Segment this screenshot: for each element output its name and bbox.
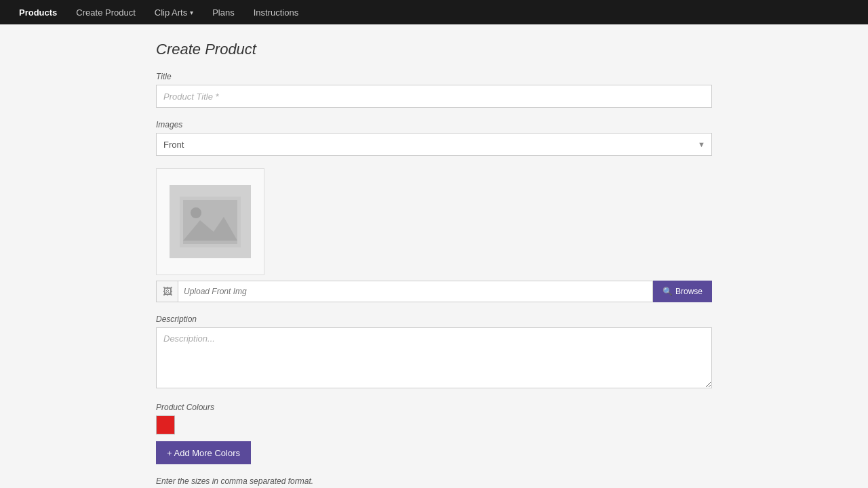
upload-input[interactable] (178, 281, 653, 302)
clip-arts-dropdown-arrow: ▾ (190, 9, 193, 16)
upload-icon-box: 🖼 (156, 281, 178, 302)
main-content: Create Product Title Images Front Back S… (142, 24, 726, 488)
page-title: Create Product (156, 41, 712, 58)
colors-label: Product Colours (156, 403, 712, 412)
nav-item-instructions[interactable]: Instructions (245, 2, 307, 23)
colors-group: Product Colours + Add More Colors (156, 403, 712, 464)
nav-label-clip-arts: Clip Arts (155, 7, 187, 18)
description-label: Description (156, 314, 712, 324)
nav-label-instructions: Instructions (254, 7, 298, 18)
image-placeholder-icon (180, 197, 241, 247)
nav-item-products[interactable]: Products (11, 2, 65, 23)
title-label: Title (156, 72, 712, 81)
images-select-wrapper: Front Back Side (156, 133, 712, 156)
images-group: Images Front Back Side (156, 120, 712, 156)
upload-row: 🖼 🔍 Browse (156, 281, 712, 302)
title-input[interactable] (156, 85, 712, 108)
description-textarea[interactable] (156, 327, 712, 388)
nav-label-create-product: Create Product (76, 7, 135, 18)
title-group: Title (156, 72, 712, 108)
image-preview-box (156, 168, 264, 275)
image-placeholder-inner (170, 185, 251, 258)
nav-label-plans: Plans (212, 7, 235, 18)
nav-label-products: Products (19, 7, 57, 18)
browse-button[interactable]: 🔍 Browse (653, 281, 712, 302)
navbar: Products Create Product Clip Arts ▾ Plan… (0, 0, 868, 24)
nav-item-create-product[interactable]: Create Product (68, 2, 143, 23)
sizes-hint: Enter the sizes in comma separated forma… (156, 476, 712, 486)
add-more-colors-button[interactable]: + Add More Colors (156, 441, 251, 464)
nav-item-clip-arts[interactable]: Clip Arts ▾ (146, 2, 201, 23)
sizes-group: Enter the sizes in comma separated forma… (156, 476, 712, 488)
svg-point-2 (191, 207, 201, 218)
search-icon: 🔍 (663, 287, 673, 296)
browse-label: Browse (675, 287, 703, 296)
description-group: Description (156, 314, 712, 390)
add-colors-label: + Add More Colors (167, 448, 240, 458)
color-swatch-red[interactable] (156, 415, 175, 434)
images-dropdown[interactable]: Front Back Side (156, 133, 712, 156)
nav-item-plans[interactable]: Plans (204, 2, 243, 23)
images-label: Images (156, 120, 712, 129)
image-icon: 🖼 (163, 286, 172, 297)
